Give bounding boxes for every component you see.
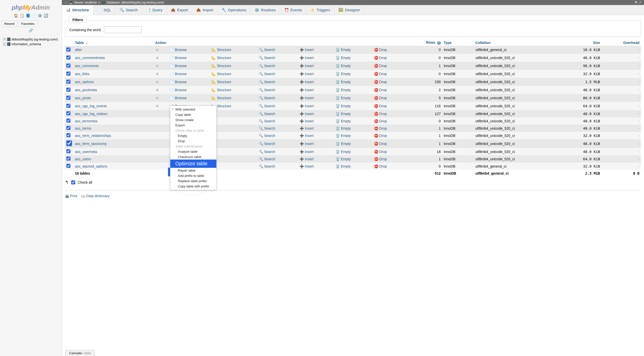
empty-link[interactable]: 🗑️ Empty (336, 142, 351, 146)
search-link[interactable]: 🔍 Search (259, 164, 275, 168)
table-name-link[interactable]: ass_sgs_log_events (75, 104, 107, 108)
drop-link[interactable]: ⛔ Drop (374, 150, 387, 154)
insert-link[interactable]: ➕ Insert (300, 126, 314, 130)
insert-link[interactable]: ➕ Insert (300, 56, 314, 60)
insert-link[interactable]: ➕ Insert (300, 48, 314, 52)
structure-link[interactable]: 📐 Structure (212, 48, 231, 52)
tab-query[interactable]: 📑Query (142, 5, 167, 15)
home-icon[interactable]: 🏠 (14, 14, 18, 18)
row-checkbox[interactable] (66, 133, 70, 137)
star-icon[interactable]: ★ (155, 47, 159, 52)
browse-link[interactable]: 📄 Browse (170, 72, 187, 76)
row-checkbox[interactable] (66, 140, 72, 146)
insert-link[interactable]: ➕ Insert (300, 112, 314, 116)
browse-link[interactable]: 📄 Browse (170, 56, 187, 60)
insert-link[interactable]: ➕ Insert (300, 104, 314, 108)
tab-operations[interactable]: 🔧Operations (218, 5, 251, 15)
table-name-link[interactable]: ass_terms (75, 126, 91, 130)
logo[interactable]: phpMyAdmin (2, 2, 60, 12)
col-overhead[interactable]: Overhead (601, 39, 641, 46)
drop-link[interactable]: ⛔ Drop (374, 164, 387, 168)
sql-icon[interactable]: 📄 (32, 14, 36, 18)
drop-link[interactable]: ⛔ Drop (374, 80, 387, 84)
filter-input[interactable] (104, 26, 142, 33)
empty-link[interactable]: 🗑️ Empty (336, 150, 351, 154)
console-button[interactable]: Consolee table (65, 350, 95, 356)
col-size[interactable]: Size (561, 39, 602, 46)
dd-copy-table[interactable]: Copy table (170, 112, 216, 117)
browse-link[interactable]: 📄 Browse (170, 96, 187, 100)
search-link[interactable]: 🔍 Search (259, 64, 275, 68)
empty-link[interactable]: 🗑️ Empty (336, 64, 351, 68)
dd-drop[interactable]: Drop (170, 138, 216, 144)
table-name-link[interactable]: ass_commentmeta (75, 56, 105, 60)
tab-events[interactable]: ⏰Events (280, 5, 306, 15)
search-link[interactable]: 🔍 Search (259, 150, 275, 154)
data-dictionary-link[interactable]: 📖 Data dictionary (81, 194, 110, 198)
table-name-link[interactable]: ass_termmeta (75, 119, 97, 123)
drop-link[interactable]: ⛔ Drop (374, 119, 387, 123)
insert-link[interactable]: ➕ Insert (300, 142, 314, 146)
search-link[interactable]: 🔍 Search (259, 142, 275, 146)
browse-link[interactable]: 📄 Browse (170, 64, 187, 68)
empty-link[interactable]: 🗑️ Empty (336, 48, 351, 52)
empty-link[interactable]: 🗑️ Empty (336, 56, 351, 60)
row-checkbox[interactable] (66, 119, 70, 123)
breadcrumb-db[interactable]: Database: dbbolz8lvpp5rj (sg-testing.com… (107, 1, 164, 4)
insert-link[interactable]: ➕ Insert (300, 119, 314, 123)
expand-icon[interactable]: + (3, 43, 6, 46)
table-name-link[interactable]: ass_postmeta (75, 88, 97, 92)
row-checkbox[interactable] (66, 64, 70, 68)
star-icon[interactable]: ★ (155, 79, 159, 84)
insert-link[interactable]: ➕ Insert (300, 134, 314, 138)
star-icon[interactable]: ★ (155, 71, 159, 76)
row-checkbox[interactable] (66, 88, 70, 92)
tree-item[interactable]: + 🗄️ information_schema (2, 42, 60, 46)
row-checkbox[interactable] (66, 126, 70, 130)
insert-link[interactable]: ➕ Insert (300, 150, 314, 154)
row-checkbox[interactable] (66, 80, 70, 84)
back-icon[interactable]: ← (64, 1, 67, 4)
dd-add-prefix[interactable]: Add prefix to table (170, 173, 216, 178)
table-name-link[interactable]: ass_usermeta (75, 150, 97, 154)
structure-link[interactable]: 📐 Structure (212, 56, 231, 60)
tab-search[interactable]: 🔍Search (115, 5, 142, 15)
row-checkbox[interactable] (66, 164, 70, 168)
tab-export[interactable]: 📤Export (167, 5, 192, 15)
empty-link[interactable]: 🗑️ Empty (336, 80, 351, 84)
insert-link[interactable]: ➕ Insert (300, 96, 314, 100)
empty-link[interactable]: 🗑️ Empty (336, 72, 351, 76)
insert-link[interactable]: ➕ Insert (300, 164, 314, 168)
favorites-button[interactable]: Favorites (18, 21, 37, 27)
row-checkbox[interactable] (66, 149, 70, 153)
tab-sql[interactable]: 📄SQL (93, 5, 115, 15)
insert-link[interactable]: ➕ Insert (300, 64, 314, 68)
dd-show-create[interactable]: Show create (170, 117, 216, 123)
col-rows[interactable]: Rows ? (406, 39, 442, 46)
empty-link[interactable]: 🗑️ Empty (336, 88, 351, 92)
dd-export[interactable]: Export (170, 123, 216, 128)
search-link[interactable]: 🔍 Search (259, 126, 275, 130)
dd-repair[interactable]: Repair table (170, 168, 216, 173)
row-checkbox[interactable] (66, 96, 70, 100)
check-all-label[interactable]: Check all (78, 180, 92, 184)
structure-link[interactable]: 📐 Structure (212, 72, 231, 76)
insert-link[interactable]: ➕ Insert (300, 72, 314, 76)
drop-link[interactable]: ⛔ Drop (374, 142, 387, 146)
recent-button[interactable]: Recent (2, 21, 17, 27)
empty-link[interactable]: 🗑️ Empty (336, 134, 351, 138)
table-name-link[interactable]: alter (75, 48, 82, 52)
check-all-checkbox[interactable] (71, 180, 75, 184)
drop-link[interactable]: ⛔ Drop (374, 112, 387, 116)
dd-replace-prefix[interactable]: Replace table prefix (170, 178, 216, 184)
logout-icon[interactable]: 📋 (20, 14, 24, 18)
search-link[interactable]: 🔍 Search (259, 112, 275, 116)
insert-link[interactable]: ➕ Insert (300, 157, 314, 161)
tree-item[interactable]: + 🗄️ dbbolz8lvpp5rj (sg-testing.com/) (2, 37, 60, 42)
empty-link[interactable]: 🗑️ Empty (336, 157, 351, 161)
empty-link[interactable]: 🗑️ Empty (336, 119, 351, 123)
table-name-link[interactable]: ass_term_taxonomy (75, 142, 107, 146)
row-checkbox[interactable] (66, 111, 70, 115)
table-name-link[interactable]: ass_links (75, 72, 90, 76)
dd-analyze[interactable]: Analyze table (170, 149, 216, 154)
